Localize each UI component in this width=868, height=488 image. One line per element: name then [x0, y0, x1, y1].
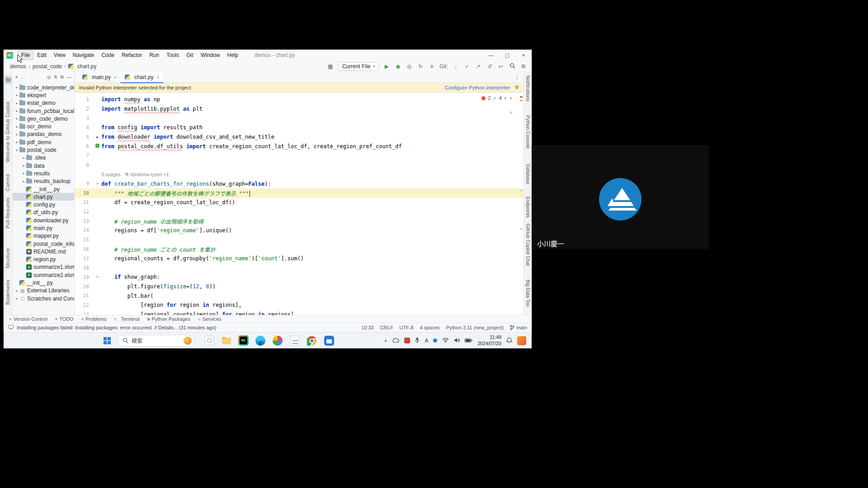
fold-icon[interactable]: ▾: [94, 182, 101, 186]
line-separator[interactable]: CRLF: [380, 325, 393, 330]
volume-icon[interactable]: [454, 338, 460, 344]
warning-stripe-mark[interactable]: [520, 100, 523, 101]
settings-gear-icon[interactable]: ⚙: [520, 64, 527, 69]
taskbar-search[interactable]: 検索: [118, 335, 194, 347]
indent-style[interactable]: 4 spaces: [420, 325, 440, 330]
tool-stripe-pull-requests[interactable]: Pull Requests: [5, 197, 10, 229]
tree-item-region-py[interactable]: region.py: [13, 256, 74, 263]
tool-stripe-project[interactable]: [5, 75, 12, 84]
search-everywhere-icon[interactable]: [509, 63, 516, 70]
taskbar-app-window[interactable]: [204, 335, 215, 346]
tool-stripe-big-data-too[interactable]: Big Data Too: [525, 280, 531, 307]
chevron-icon[interactable]: ▸: [14, 289, 19, 293]
tray-app-icon[interactable]: [404, 338, 410, 343]
tool-stripe-endpoints[interactable]: Endpoints: [525, 197, 531, 218]
notifications-bell-icon[interactable]: [506, 337, 512, 344]
more-icon[interactable]: …: [21, 75, 25, 80]
maximize-button[interactable]: ▢: [499, 50, 515, 61]
author-hint[interactable]: kbrahma-ryzen +1: [131, 172, 169, 177]
run-button[interactable]: ▶: [383, 64, 390, 69]
tree-item-config-py[interactable]: config.py: [13, 201, 74, 208]
chevron-icon[interactable]: ▸: [21, 156, 26, 160]
tree-item-main-py[interactable]: main.py: [13, 224, 74, 232]
menu-edit[interactable]: Edit: [33, 50, 50, 60]
battery-icon[interactable]: [465, 338, 472, 343]
tree-item-ekispert[interactable]: ▸ekispert: [13, 91, 74, 99]
tree-item-readme-md[interactable]: MREADME.md: [13, 248, 74, 255]
panel-gear-icon[interactable]: ⚙: [60, 75, 64, 80]
tree-item-df-utils-py[interactable]: df_utils.py: [13, 209, 74, 216]
git-branch[interactable]: main: [510, 325, 527, 330]
bluetooth-tray-icon[interactable]: [433, 338, 437, 343]
tree-item-code-interpreter-der[interactable]: ▸code_interpreter_der: [13, 84, 74, 91]
tool-stripe-welcome-to-github-copilot[interactable]: Welcome to GitHub Copilot: [5, 102, 10, 162]
taskbar-clock[interactable]: 11:48 2024/07/20: [477, 334, 501, 346]
chevron-icon[interactable]: ▸: [14, 101, 19, 105]
tool-stripe-python-console[interactable]: Python Console: [525, 115, 531, 149]
tree-item-init-py[interactable]: __init__.py: [13, 279, 74, 286]
microphone-icon[interactable]: [415, 337, 420, 344]
chevron-icon[interactable]: ▸: [14, 125, 19, 129]
editor-scrollbar[interactable]: [519, 93, 524, 315]
widgets-weather-icon[interactable]: [184, 337, 192, 345]
code-editor[interactable]: 1import numpy as np2import matplotlib.py…: [75, 93, 524, 315]
tree-item-geo-code-demo[interactable]: ▸geo_code_demo: [13, 115, 74, 122]
taskbar-app-store[interactable]: [324, 335, 335, 346]
stripe-mark[interactable]: [520, 228, 523, 230]
tree-item-postal-code-info[interactable]: postal_code_info: [13, 240, 74, 248]
menu-help[interactable]: Help: [223, 50, 242, 60]
statusbar-terminal[interactable]: >_Terminal: [114, 316, 140, 322]
tree-item-postal-code[interactable]: ▾postal_code: [13, 146, 74, 154]
git-commit-icon[interactable]: ✓: [463, 64, 471, 69]
chevron-icon[interactable]: ▸: [21, 179, 26, 183]
python-interpreter[interactable]: Python 3.11 (new_project): [446, 325, 504, 330]
chevron-icon[interactable]: ▸: [14, 117, 19, 121]
tree-item-idea[interactable]: ▸.idea: [13, 154, 74, 162]
tree-item-forum-pc5bai-local[interactable]: ▸forum_pc5bai_local_: [13, 107, 74, 115]
menu-git[interactable]: Git: [183, 50, 197, 60]
menu-window[interactable]: Window: [197, 50, 224, 60]
debug-button[interactable]: ◉: [394, 64, 401, 69]
hide-panel-icon[interactable]: —: [67, 75, 71, 80]
chrome-icon[interactable]: [307, 335, 317, 346]
tool-stripe-database[interactable]: Database: [525, 164, 531, 184]
tree-item-results[interactable]: ▸results: [13, 169, 74, 177]
menu-run[interactable]: Run: [146, 50, 163, 60]
chevron-icon[interactable]: ▸: [14, 132, 19, 136]
statusbar-todo[interactable]: ≡TODO: [55, 316, 74, 322]
git-push-icon[interactable]: ↗: [475, 64, 482, 69]
menu-code[interactable]: Code: [98, 50, 118, 60]
tree-item-results-backup[interactable]: ▸results_backup: [13, 178, 74, 185]
tree-item-downloader-py[interactable]: downloader.py: [13, 216, 74, 224]
breadcrumb-chart-py[interactable]: chart.py: [66, 62, 99, 70]
chevron-icon[interactable]: ▸: [21, 164, 26, 168]
statusbar-problems[interactable]: ⊙Problems: [81, 316, 107, 322]
tree-item-pdf-demo[interactable]: ▸pdf_demo: [13, 138, 74, 146]
run-widget-icon[interactable]: ▦: [327, 64, 334, 69]
tool-stripe-bookmarks[interactable]: Bookmarks: [5, 280, 10, 305]
ime-indicator[interactable]: A: [425, 338, 428, 344]
editor-menu-icon[interactable]: ≡: [510, 110, 513, 115]
tool-stripe-notifications[interactable]: Notifications: [525, 75, 531, 101]
menu-refactor[interactable]: Refactor: [118, 50, 146, 60]
chevron-icon[interactable]: ▸: [14, 109, 19, 113]
tab-chart-py[interactable]: chart.py×: [121, 72, 164, 83]
taskbar-app-photos[interactable]: [272, 335, 283, 346]
tab-options-icon[interactable]: ⋮: [514, 74, 520, 80]
wifi-icon[interactable]: [442, 338, 449, 344]
tree-item-estat-demo[interactable]: ▸estat_demo: [13, 99, 74, 107]
tool-stripe-structure[interactable]: Structure: [5, 248, 10, 268]
tree-item-ocr-demo[interactable]: ▸ocr_demo: [13, 122, 74, 130]
tree-item-pandas-demo[interactable]: ▸pandas_demo: [13, 131, 74, 138]
chevron-icon[interactable]: ▸: [14, 93, 19, 97]
start-button[interactable]: [102, 335, 113, 346]
chevron-icon[interactable]: ▸: [14, 296, 19, 300]
tool-stripe-github-copilot-chat[interactable]: GitHub Copilot Chat: [525, 224, 531, 266]
pycharm-taskbar-icon[interactable]: PC: [238, 335, 249, 346]
tree-item-data[interactable]: ▸data: [13, 162, 74, 169]
error-stripe-mark[interactable]: [520, 96, 523, 98]
breadcrumb-demos[interactable]: demos: [8, 62, 28, 70]
edge-icon[interactable]: [255, 335, 266, 346]
close-tab-icon[interactable]: ×: [114, 75, 117, 80]
select-opened-file-icon[interactable]: ◎: [47, 75, 51, 80]
